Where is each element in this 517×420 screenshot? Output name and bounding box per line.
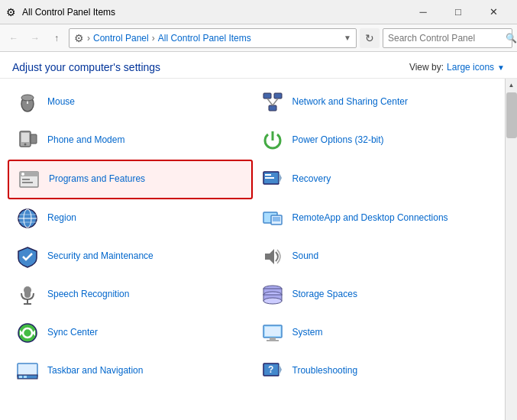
- item-label-remoteapp: RemoteApp and Desktop Connections: [292, 212, 448, 225]
- titlebar-title: All Control Panel Items: [22, 7, 115, 18]
- search-box[interactable]: 🔍: [383, 28, 512, 48]
- region-icon: [14, 205, 41, 232]
- svg-rect-11: [31, 134, 37, 144]
- item-label-programs-features: Programs and Features: [49, 173, 145, 186]
- grid-item-phone-modem[interactable]: Phone and Modem: [8, 121, 253, 160]
- svg-line-6: [267, 99, 273, 105]
- svg-marker-29: [265, 249, 274, 264]
- grid-item-sync[interactable]: Sync Center: [8, 314, 253, 352]
- svg-marker-51: [279, 363, 282, 376]
- content-header: Adjust your computer's settings View by:…: [0, 52, 517, 79]
- troubleshooting-icon: ?: [259, 357, 286, 385]
- items-container: MouseNetwork and Sharing CenterPhone and…: [0, 79, 517, 420]
- minimize-button[interactable]: ─: [406, 0, 441, 24]
- sound-icon: [259, 243, 286, 270]
- programs-icon: [15, 166, 43, 193]
- item-label-troubleshooting: Troubleshooting: [292, 365, 358, 377]
- svg-rect-16: [22, 182, 33, 183]
- page-title: Adjust your computer's settings: [12, 61, 160, 73]
- svg-rect-4: [274, 93, 282, 99]
- scrollbar-track: ▲: [505, 79, 517, 420]
- svg-line-7: [273, 99, 278, 105]
- search-icon: 🔍: [506, 33, 517, 44]
- svg-rect-3: [263, 93, 271, 99]
- maximize-button[interactable]: □: [441, 0, 476, 24]
- item-label-network-sharing: Network and Sharing Center: [292, 96, 408, 108]
- mouse-icon: [14, 89, 41, 116]
- search-input[interactable]: [388, 33, 502, 44]
- svg-rect-43: [265, 327, 280, 336]
- svg-point-38: [263, 298, 282, 304]
- grid-item-network-sharing[interactable]: Network and Sharing Center: [253, 83, 498, 121]
- address-separator-1: ›: [87, 33, 90, 44]
- back-button[interactable]: ←: [5, 29, 23, 47]
- titlebar-icon: ⚙: [6, 6, 16, 18]
- remoteapp-icon: [259, 205, 286, 232]
- power-icon: [259, 127, 286, 154]
- speech-icon: [14, 281, 41, 309]
- address-bar[interactable]: ⚙ › Control Panel › All Control Panel It…: [69, 28, 357, 48]
- network-icon: [259, 89, 286, 116]
- grid-item-storage[interactable]: Storage Spaces: [253, 276, 498, 314]
- grid-item-speech[interactable]: Speech Recognition: [8, 276, 253, 314]
- grid-item-recovery[interactable]: Recovery: [253, 160, 498, 199]
- svg-rect-19: [265, 174, 271, 176]
- grid-item-security[interactable]: Security and Maintenance: [8, 237, 253, 276]
- grid-item-taskbar[interactable]: Taskbar and Navigation: [8, 352, 253, 390]
- item-label-security: Security and Maintenance: [47, 250, 153, 263]
- grid-item-remoteapp[interactable]: RemoteApp and Desktop Connections: [253, 199, 498, 237]
- grid-item-system[interactable]: System: [253, 314, 498, 352]
- up-button[interactable]: ↑: [47, 29, 66, 47]
- items-grid: MouseNetwork and Sharing CenterPhone and…: [0, 79, 505, 420]
- taskbar-icon: [14, 357, 41, 385]
- grid-item-troubleshooting[interactable]: ?Troubleshooting: [253, 352, 498, 390]
- titlebar-left: ⚙ All Control Panel Items: [6, 6, 115, 18]
- viewby-value[interactable]: Large icons: [447, 62, 494, 73]
- forward-button[interactable]: →: [26, 29, 44, 47]
- grid-item-programs-features[interactable]: Programs and Features: [8, 160, 253, 199]
- item-label-sound: Sound: [292, 250, 319, 263]
- address-crumb-controlpanel[interactable]: Control Panel: [93, 33, 149, 44]
- viewby-chevron-icon[interactable]: ▼: [497, 63, 505, 72]
- svg-rect-31: [24, 289, 31, 298]
- grid-item-region[interactable]: Region: [8, 199, 253, 237]
- item-label-power-options: Power Options (32-bit): [292, 134, 384, 147]
- item-label-storage: Storage Spaces: [292, 289, 357, 301]
- address-crumb-allitems[interactable]: All Control Panel Items: [158, 33, 251, 44]
- refresh-button[interactable]: ↻: [360, 28, 380, 48]
- item-label-phone-modem: Phone and Modem: [47, 134, 124, 147]
- item-label-region: Region: [47, 212, 76, 225]
- viewby-control: View by: Large icons ▼: [409, 62, 505, 73]
- svg-rect-9: [21, 133, 29, 142]
- grid-item-power-options[interactable]: Power Options (32-bit): [253, 121, 498, 160]
- svg-text:?: ?: [268, 364, 273, 375]
- sync-icon: [14, 319, 41, 347]
- item-label-system: System: [292, 327, 323, 339]
- addressbar: ← → ↑ ⚙ › Control Panel › All Control Pa…: [0, 24, 517, 52]
- address-separator-2: ›: [152, 33, 155, 44]
- scrollbar-up-arrow[interactable]: ▲: [506, 79, 518, 91]
- phone-icon: [14, 127, 41, 154]
- item-label-sync: Sync Center: [47, 327, 98, 339]
- item-label-speech: Speech Recognition: [47, 289, 129, 301]
- scrollbar-thumb[interactable]: [506, 92, 517, 138]
- address-dropdown-arrow[interactable]: ▼: [344, 34, 351, 42]
- grid-item-mouse[interactable]: Mouse: [8, 83, 253, 121]
- svg-rect-28: [273, 217, 280, 221]
- item-label-taskbar: Taskbar and Navigation: [47, 365, 143, 377]
- svg-rect-49: [24, 376, 27, 378]
- svg-point-2: [21, 95, 34, 101]
- grid-item-sound[interactable]: Sound: [253, 237, 498, 276]
- svg-rect-5: [269, 105, 276, 111]
- storage-icon: [259, 281, 286, 309]
- svg-rect-44: [270, 338, 276, 340]
- item-label-recovery: Recovery: [292, 173, 331, 186]
- recovery-icon: [259, 166, 286, 193]
- item-label-mouse: Mouse: [47, 96, 75, 108]
- main-content: Adjust your computer's settings View by:…: [0, 52, 517, 420]
- close-button[interactable]: ✕: [476, 0, 511, 24]
- system-icon: [259, 319, 286, 347]
- titlebar: ⚙ All Control Panel Items ─ □ ✕: [0, 0, 517, 24]
- svg-point-14: [21, 173, 24, 176]
- viewby-label: View by:: [409, 62, 444, 73]
